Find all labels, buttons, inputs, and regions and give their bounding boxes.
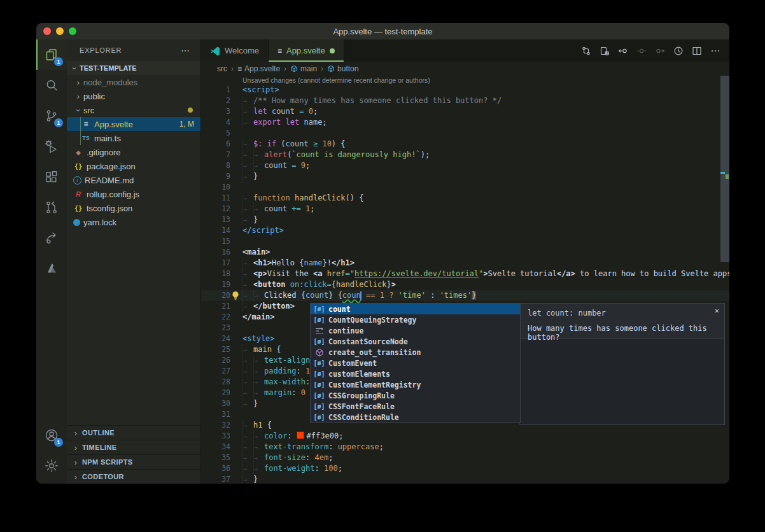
lightbulb-icon[interactable] bbox=[231, 291, 240, 300]
line-content[interactable]: } bbox=[230, 214, 258, 225]
tab-whitespace bbox=[242, 463, 253, 474]
line-content[interactable] bbox=[230, 323, 242, 333]
file-tree-item-readme-md[interactable]: iREADME.md bbox=[67, 173, 200, 187]
line-content[interactable]: } bbox=[230, 474, 258, 484]
activity-source-control[interactable]: 1 bbox=[36, 101, 67, 131]
panel-npm-scripts[interactable]: ›NPM SCRIPTS bbox=[67, 454, 200, 469]
breadcrumb-item-main[interactable]: main bbox=[290, 64, 317, 73]
line-content[interactable]: text-transform: uppercase; bbox=[230, 442, 384, 452]
suggest-item-create_out_transition[interactable]: create_out_transition bbox=[311, 347, 520, 358]
line-content[interactable] bbox=[230, 236, 242, 247]
codelens-annotation[interactable]: Unsaved changes (cannot determine recent… bbox=[242, 76, 729, 85]
file-tree-item-main-ts[interactable]: TSmain.ts bbox=[67, 131, 200, 145]
code-line-7: 7alert(`count is dangerously high!`); bbox=[201, 150, 729, 160]
line-content[interactable]: let count = 0; bbox=[230, 106, 318, 117]
tab-app-svelte[interactable]: ≡App.svelte bbox=[269, 39, 344, 62]
tab-welcome[interactable]: Welcome bbox=[201, 39, 269, 62]
activity-extensions[interactable] bbox=[36, 162, 67, 192]
panel-timeline[interactable]: ›TIMELINE bbox=[67, 440, 200, 454]
suggest-item-cssgroupingrule[interactable]: [ø]CSSGroupingRule bbox=[311, 390, 520, 401]
line-content[interactable]: } bbox=[230, 171, 258, 182]
suggest-item-customelements[interactable]: [ø]customElements bbox=[311, 368, 520, 379]
file-tree-item-yarn-lock[interactable]: yarn.lock bbox=[67, 215, 200, 229]
line-content[interactable]: <style> bbox=[230, 333, 275, 344]
file-tree-item-tsconfig-json[interactable]: {}tsconfig.json bbox=[67, 201, 200, 215]
panel-codetour[interactable]: ›CODETOUR bbox=[67, 469, 200, 484]
breadcrumb-item-button[interactable]: button bbox=[327, 64, 358, 73]
line-content[interactable]: Clicked {count} {coun == 1 ? 'time' : 't… bbox=[230, 290, 476, 301]
file-tree-item-app-svelte[interactable]: ≡App.svelte1, M bbox=[67, 117, 200, 131]
line-content[interactable]: </button> bbox=[230, 301, 295, 312]
line-content[interactable]: h1 { bbox=[230, 420, 272, 431]
activity-run-debug[interactable] bbox=[36, 131, 67, 162]
line-content[interactable] bbox=[230, 409, 242, 420]
file-tree-item-package-json[interactable]: {}package.json bbox=[67, 159, 200, 173]
explorer-sidebar: EXPLORER ⋯ › TEST-TEMPLATE ›node_modules… bbox=[67, 39, 200, 484]
activity-settings[interactable] bbox=[36, 451, 67, 481]
activity-accounts[interactable]: 1 bbox=[36, 420, 67, 451]
suggest-item-cssfontfacerule[interactable]: [ø]CSSFontFaceRule bbox=[311, 401, 520, 412]
gitlens-graph-icon[interactable] bbox=[581, 46, 591, 56]
previous-change-disabled-icon[interactable] bbox=[636, 46, 647, 56]
breadcrumb-item-app-svelte[interactable]: ≡App.svelte bbox=[237, 64, 280, 73]
activity-github-pull-requests[interactable] bbox=[36, 192, 67, 223]
split-editor-icon[interactable] bbox=[692, 46, 702, 56]
file-tree-item-rollup-config-js[interactable]: Rrollup.config.js bbox=[67, 187, 200, 201]
chevron-right-icon: › bbox=[284, 64, 286, 73]
activity-search[interactable] bbox=[36, 70, 67, 101]
suggest-item-count[interactable]: [ø]count bbox=[311, 304, 520, 314]
suggest-item-countqueuingstrategy[interactable]: [ø]CountQueuingStrategy bbox=[311, 314, 520, 325]
open-changes-icon[interactable] bbox=[600, 46, 610, 56]
line-content[interactable]: </script> bbox=[230, 225, 284, 236]
code-editor[interactable]: Unsaved changes (cannot determine recent… bbox=[201, 76, 729, 484]
previous-change-icon[interactable] bbox=[618, 46, 628, 56]
next-change-disabled-icon[interactable] bbox=[655, 46, 665, 56]
line-content[interactable]: <h1>Hello {name}!</h1> bbox=[230, 258, 354, 269]
line-number: 29 bbox=[201, 388, 230, 398]
file-tree-item--gitignore[interactable]: ◆.gitignore bbox=[67, 145, 200, 159]
git-status-badge: 1, M bbox=[179, 120, 200, 129]
line-content[interactable]: <script> bbox=[230, 85, 279, 95]
suggest-item-customevent[interactable]: [ø]CustomEvent bbox=[311, 358, 520, 368]
file-tree-item-src[interactable]: ›src bbox=[67, 103, 200, 117]
line-content[interactable]: alert(`count is dangerously high!`); bbox=[230, 150, 430, 160]
line-content[interactable] bbox=[230, 128, 242, 139]
line-content[interactable]: function handleClick() { bbox=[230, 193, 363, 204]
suggest-item-constantsourcenode[interactable]: [ø]ConstantSourceNode bbox=[311, 336, 520, 347]
sidebar-more-actions-icon[interactable]: ⋯ bbox=[181, 45, 190, 55]
close-icon[interactable]: ✕ bbox=[715, 306, 719, 315]
activity-explorer[interactable]: 1 bbox=[36, 39, 67, 70]
line-content[interactable]: } bbox=[230, 398, 258, 409]
breadcrumb-item-src[interactable]: src bbox=[217, 64, 227, 73]
file-tree-item-node-modules[interactable]: ›node_modules bbox=[67, 75, 200, 89]
line-content[interactable]: </main> bbox=[230, 312, 275, 323]
line-content[interactable] bbox=[230, 182, 242, 193]
line-content[interactable]: export let name; bbox=[230, 117, 327, 128]
line-content[interactable]: count += 1; bbox=[230, 204, 315, 214]
line-content[interactable]: count = 9; bbox=[230, 160, 310, 171]
workspace-root-row[interactable]: › TEST-TEMPLATE bbox=[67, 61, 200, 75]
line-content[interactable]: <main> bbox=[230, 247, 270, 258]
suggest-item-customelementregistry[interactable]: [ø]CustomElementRegistry bbox=[311, 379, 520, 390]
file-tree-item-public[interactable]: ›public bbox=[67, 89, 200, 103]
activity-live-share[interactable] bbox=[36, 223, 67, 253]
more-actions-icon[interactable] bbox=[710, 46, 720, 56]
line-content[interactable]: main { bbox=[230, 344, 281, 355]
panel-outline[interactable]: ›OUTLINE bbox=[67, 425, 200, 440]
line-content[interactable]: font-size: 4em; bbox=[230, 452, 333, 463]
line-content[interactable]: color: #ff3e00; bbox=[230, 431, 343, 442]
line-content[interactable]: <p>Visit the <a href="https://svelte.dev… bbox=[230, 269, 729, 279]
suggest-item-continue[interactable]: continue bbox=[311, 325, 520, 336]
file-history-icon[interactable] bbox=[673, 46, 684, 56]
tab-whitespace bbox=[253, 377, 264, 388]
line-content[interactable]: $: if (count ≥ 10) { bbox=[230, 139, 346, 150]
zoom-window-button[interactable] bbox=[69, 27, 76, 35]
scrollbar-thumb[interactable] bbox=[720, 76, 729, 262]
line-content[interactable]: font-weight: 100; bbox=[230, 463, 342, 474]
line-content[interactable]: /** How many times has someone clicked t… bbox=[230, 95, 502, 106]
activity-azure[interactable] bbox=[36, 253, 67, 284]
minimize-window-button[interactable] bbox=[56, 27, 64, 35]
line-content[interactable]: <button on:click={handleClick}> bbox=[230, 279, 396, 290]
close-window-button[interactable] bbox=[43, 27, 51, 35]
suggest-item-cssconditionrule[interactable]: [ø]CSSConditionRule bbox=[311, 412, 520, 423]
